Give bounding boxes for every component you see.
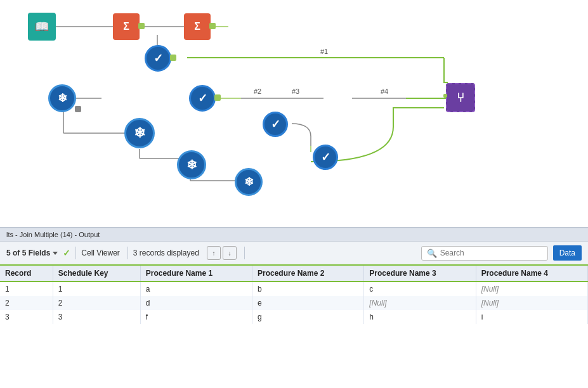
- snowflake-node-4[interactable]: ❄: [235, 168, 263, 196]
- col-header-proc-name-3: Procedure Name 3: [364, 266, 476, 281]
- divider-3: [244, 247, 245, 259]
- snowflake-node-2[interactable]: ❄: [124, 118, 155, 148]
- col-header-schedule-key: Schedule Key: [53, 266, 140, 281]
- sigma-node-2[interactable]: Σ: [184, 13, 211, 40]
- cell-viewer-label: Cell Viewer: [81, 249, 119, 257]
- table-cell: f: [140, 310, 252, 324]
- book-node[interactable]: 📖: [28, 13, 56, 41]
- table-cell: 1: [53, 281, 140, 296]
- snow1-out-b: [75, 106, 81, 112]
- records-count: 3 records displayed: [133, 249, 199, 257]
- results-panel: lts - Join Multiple (14) - Output 5 of 5…: [0, 228, 588, 388]
- cell-viewer-button[interactable]: Cell Viewer: [81, 249, 122, 257]
- check2-output: [214, 94, 221, 101]
- union-node[interactable]: ⑂: [446, 83, 475, 112]
- table-cell: c: [364, 281, 476, 296]
- sigma2-output: [209, 23, 216, 29]
- svg-text:#1: #1: [320, 48, 328, 55]
- search-input[interactable]: [440, 249, 542, 257]
- toolbar: 5 of 5 Fields ✓ Cell Viewer 3 records di…: [0, 242, 588, 266]
- table-cell: i: [476, 310, 587, 324]
- check1-output: [170, 55, 176, 61]
- table-cell: 2: [53, 296, 140, 310]
- svg-text:#3: #3: [292, 87, 299, 95]
- table-cell: b: [252, 281, 364, 296]
- table-row: 11abc[Null]: [0, 281, 588, 296]
- sort-down-button[interactable]: ↓: [223, 246, 237, 260]
- svg-text:#2: #2: [254, 87, 261, 95]
- union-input: [443, 94, 447, 98]
- table-cell: [Null]: [476, 296, 587, 310]
- results-title: lts - Join Multiple (14) - Output: [0, 228, 588, 242]
- table-cell: e: [252, 296, 364, 310]
- svg-text:#4: #4: [381, 87, 388, 95]
- col-header-proc-name-4: Procedure Name 4: [476, 266, 587, 281]
- table-cell: 3: [0, 310, 53, 324]
- divider-1: [75, 247, 76, 259]
- table-cell: 2: [0, 296, 53, 310]
- fields-dropdown-arrow: [53, 252, 58, 255]
- snowflake-node-1[interactable]: ❄: [48, 84, 76, 112]
- fields-check-icon: ✓: [63, 248, 70, 258]
- check-node-1[interactable]: ✓: [145, 45, 171, 72]
- check-node-2[interactable]: ✓: [189, 85, 216, 112]
- col-header-proc-name-2: Procedure Name 2: [252, 266, 364, 281]
- table-body: 11abc[Null]22de[Null][Null]33fghi: [0, 281, 588, 324]
- results-title-text: lts - Join Multiple (14) - Output: [6, 231, 100, 238]
- table-row: 22de[Null][Null]: [0, 296, 588, 310]
- table-cell: h: [364, 310, 476, 324]
- check-node-3[interactable]: ✓: [263, 112, 288, 137]
- sort-up-button[interactable]: ↑: [207, 246, 221, 260]
- table-row: 33fghi: [0, 310, 588, 324]
- snowflake-node-3[interactable]: ❄: [177, 150, 206, 179]
- search-icon: 🔍: [427, 249, 437, 258]
- table-cell: a: [140, 281, 252, 296]
- table-cell: 1: [0, 281, 53, 296]
- fields-button[interactable]: 5 of 5 Fields: [6, 249, 58, 257]
- divider-2: [127, 247, 128, 259]
- check-node-4[interactable]: ✓: [313, 145, 338, 170]
- table-cell: d: [140, 296, 252, 310]
- table-cell: [Null]: [364, 296, 476, 310]
- table-cell: 3: [53, 310, 140, 324]
- workflow-canvas: #1 #2 #3 #4 📖 Σ: [0, 0, 588, 228]
- sigma1-output: [138, 23, 145, 29]
- sort-buttons: ↑ ↓: [207, 246, 237, 260]
- sigma-node-1[interactable]: Σ: [113, 13, 140, 40]
- table-header-row: Record Schedule Key Procedure Name 1 Pro…: [0, 266, 588, 281]
- col-header-record: Record: [0, 266, 53, 281]
- table-cell: [Null]: [476, 281, 587, 296]
- search-box: 🔍: [421, 246, 548, 261]
- col-header-proc-name-1: Procedure Name 1: [140, 266, 252, 281]
- fields-label: 5 of 5 Fields: [6, 249, 50, 257]
- table-cell: g: [252, 310, 364, 324]
- data-table: Record Schedule Key Procedure Name 1 Pro…: [0, 266, 588, 324]
- data-table-container: Record Schedule Key Procedure Name 1 Pro…: [0, 266, 588, 388]
- data-button[interactable]: Data: [553, 245, 582, 261]
